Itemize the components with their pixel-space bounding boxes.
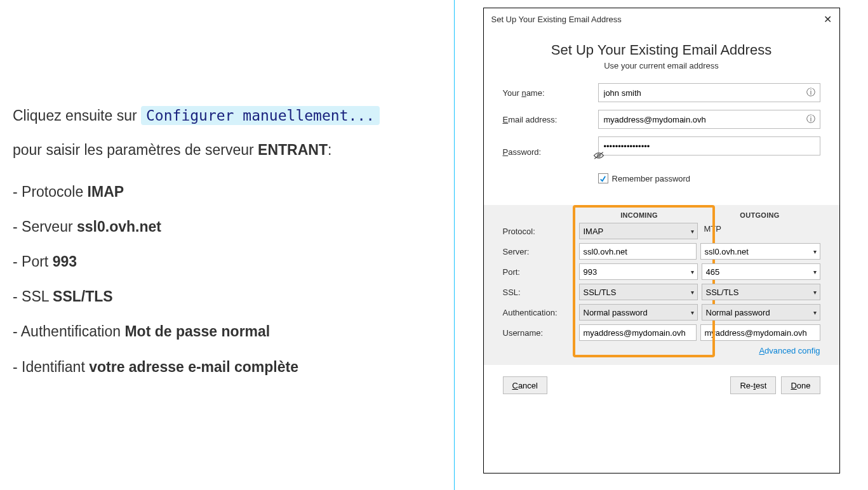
outgoing-username-input[interactable] bbox=[700, 324, 820, 341]
auth-label: Authentication: bbox=[503, 308, 579, 317]
retest-button[interactable]: Re-test bbox=[730, 376, 776, 394]
incoming-header: INCOMING bbox=[579, 211, 700, 219]
text: - Protocole bbox=[13, 183, 88, 200]
dialog-footer: Cancel Re-test Done bbox=[484, 365, 839, 407]
dialog-header: Set Up Your Existing Email Address Use y… bbox=[484, 30, 839, 76]
name-label: Your name: bbox=[503, 88, 598, 98]
port-label: Port: bbox=[503, 267, 579, 277]
incoming-protocol-select[interactable]: IMAP bbox=[579, 223, 698, 239]
text: pour saisir les paramètres de serveur bbox=[13, 142, 258, 158]
email-setup-dialog: Set Up Your Existing Email Address ✕ Set… bbox=[483, 8, 840, 473]
remember-password-label: Remember password bbox=[612, 174, 691, 183]
dialog-subheading: Use your current email address bbox=[484, 61, 839, 70]
outgoing-server-input[interactable] bbox=[700, 243, 820, 260]
ssl-label: SSL: bbox=[503, 288, 579, 297]
protocol-label: Protocol: bbox=[503, 227, 579, 236]
text: - Identifiant bbox=[13, 359, 89, 375]
instructions-panel: Cliquez ensuite sur Configurer manuellem… bbox=[0, 0, 454, 490]
text: - Port bbox=[13, 253, 53, 270]
email-input[interactable] bbox=[598, 110, 820, 129]
instruction-line-2: pour saisir les paramètres de serveur EN… bbox=[13, 140, 441, 160]
server-label: Server: bbox=[503, 247, 579, 256]
cancel-button[interactable]: Cancel bbox=[503, 376, 547, 394]
incoming-port-input[interactable] bbox=[579, 263, 698, 280]
incoming-ssl-select[interactable]: SSL/TLS bbox=[579, 284, 698, 300]
remember-password-row[interactable]: Remember password bbox=[598, 173, 820, 183]
incoming-auth-select[interactable]: Normal password bbox=[579, 304, 698, 321]
password-label: Password: bbox=[503, 147, 598, 157]
outgoing-header: OUTGOING bbox=[700, 211, 820, 219]
dialog-titlebar: Set Up Your Existing Email Address ✕ bbox=[484, 8, 839, 30]
text: Cliquez ensuite sur bbox=[13, 107, 141, 124]
text-bold: Mot de passe normal bbox=[124, 323, 270, 340]
text-bold: 993 bbox=[53, 253, 77, 270]
text: : bbox=[328, 142, 331, 158]
info-icon[interactable]: ⓘ bbox=[806, 87, 815, 98]
done-button[interactable]: Done bbox=[781, 376, 820, 394]
info-icon[interactable]: ⓘ bbox=[806, 114, 815, 125]
username-label: Username: bbox=[503, 328, 579, 338]
account-form: Your name: ⓘ Email address: ⓘ bbox=[484, 76, 839, 183]
text-bold: IMAP bbox=[88, 183, 124, 200]
outgoing-protocol: MTP bbox=[702, 223, 820, 239]
eye-off-icon[interactable] bbox=[593, 151, 604, 160]
text-bold: votre adresse e-mail complète bbox=[89, 359, 298, 375]
name-input[interactable] bbox=[598, 83, 820, 102]
server-settings: INCOMING OUTGOING Protocol: IMAP ▾ MTP S… bbox=[484, 205, 839, 365]
text-bold: SSL/TLS bbox=[53, 288, 113, 305]
instruction-line-1: Cliquez ensuite sur Configurer manuellem… bbox=[13, 105, 441, 126]
incoming-username-input[interactable] bbox=[579, 324, 697, 341]
checkbox-icon[interactable] bbox=[598, 173, 608, 183]
outgoing-ssl-select[interactable]: SSL/TLS bbox=[702, 284, 820, 300]
code-snippet: Configurer manuellement... bbox=[141, 106, 380, 125]
outgoing-auth-select[interactable]: Normal password bbox=[702, 304, 820, 321]
email-label: Email address: bbox=[503, 115, 598, 124]
parameters-list: - Protocole IMAP - Serveur ssl0.ovh.net … bbox=[13, 175, 441, 385]
text-bold: ENTRANT bbox=[258, 142, 328, 158]
dialog-heading: Set Up Your Existing Email Address bbox=[484, 42, 839, 58]
text: - Authentification bbox=[13, 323, 124, 340]
incoming-server-input[interactable] bbox=[579, 243, 697, 260]
advanced-config-link[interactable]: Advanced config bbox=[759, 346, 820, 355]
close-icon[interactable]: ✕ bbox=[824, 13, 832, 25]
outgoing-port-input[interactable] bbox=[702, 263, 820, 280]
password-input[interactable] bbox=[598, 136, 820, 156]
text: - SSL bbox=[13, 288, 53, 305]
text: - Serveur bbox=[13, 218, 77, 235]
text-bold: ssl0.ovh.net bbox=[77, 218, 161, 235]
dialog-title: Set Up Your Existing Email Address bbox=[491, 15, 622, 24]
